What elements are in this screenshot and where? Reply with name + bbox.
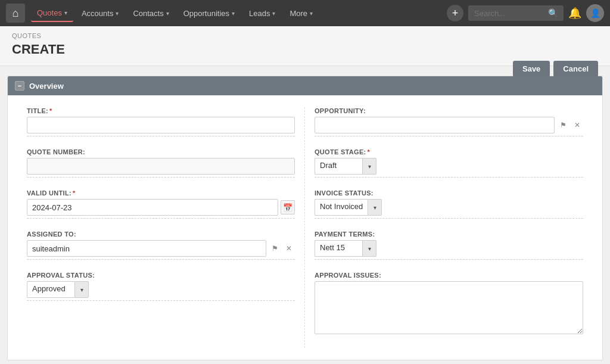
- quote-stage-label: QUOTE STAGE: *: [315, 148, 583, 155]
- section-toggle[interactable]: −: [15, 81, 24, 91]
- nav-item-leads[interactable]: Leads ▾: [243, 5, 281, 21]
- quote-stage-select-wrapper: Draft ▾: [315, 158, 583, 175]
- approval-status-field-group: APPROVAL STATUS: Approved ▾: [27, 272, 295, 301]
- user-icon: 👤: [590, 8, 600, 18]
- invoice-status-dropdown-arrow[interactable]: ▾: [368, 199, 382, 216]
- valid-until-input[interactable]: [27, 199, 278, 216]
- form-grid: TITLE: * QUOTE NUMBER: VALID UNTIL: *: [8, 95, 602, 360]
- quote-stage-dropdown-arrow[interactable]: ▾: [362, 158, 376, 175]
- approval-status-dropdown-arrow[interactable]: ▾: [74, 281, 89, 298]
- title-label: TITLE: *: [27, 107, 295, 114]
- clear-icon[interactable]: ✕: [283, 242, 295, 254]
- required-indicator: *: [49, 107, 52, 114]
- search-input[interactable]: [474, 9, 546, 18]
- overview-section: − Overview TITLE: * QUOTE NUMBER:: [7, 76, 603, 360]
- save-button[interactable]: Save: [513, 61, 550, 77]
- assigned-to-label: ASSIGNED TO:: [27, 231, 295, 238]
- nav-item-more[interactable]: More ▾: [284, 5, 319, 21]
- approval-status-value: Approved: [27, 281, 74, 298]
- chevron-down-icon: ▾: [272, 10, 275, 17]
- nav-actions: + 🔍 🔔 👤: [447, 4, 604, 22]
- home-icon: ⌂: [13, 7, 19, 20]
- avatar[interactable]: 👤: [586, 4, 604, 22]
- payment-terms-value: Nett 15: [315, 240, 362, 257]
- required-indicator: *: [73, 189, 76, 197]
- payment-terms-dropdown-arrow[interactable]: ▾: [362, 240, 376, 257]
- title-input[interactable]: [27, 117, 295, 133]
- chevron-down-icon: ▾: [64, 10, 67, 16]
- search-box: 🔍: [468, 5, 564, 21]
- opportunity-field-group: OPPORTUNITY: ⚑ ✕: [315, 107, 583, 136]
- navigation: ⌂ Quotes ▾ Accounts ▾ Contacts ▾ Opportu…: [0, 0, 610, 26]
- assigned-wrapper: ⚑ ✕: [27, 240, 295, 257]
- nav-item-quotes[interactable]: Quotes ▾: [31, 5, 73, 22]
- invoice-status-field-group: INVOICE STATUS: Not Invoiced ▾: [315, 189, 583, 219]
- section-header[interactable]: − Overview: [8, 76, 602, 95]
- opp-select-icon[interactable]: ⚑: [557, 119, 569, 131]
- right-column: OPPORTUNITY: ⚑ ✕ QUOTE STAGE: *: [305, 107, 593, 348]
- header-actions: Save Cancel: [513, 61, 598, 77]
- notifications-button[interactable]: 🔔: [568, 7, 581, 20]
- valid-until-label: VALID UNTIL: *: [27, 189, 295, 197]
- opportunity-input[interactable]: [315, 117, 555, 133]
- approval-issues-field-group: APPROVAL ISSUES:: [315, 272, 583, 336]
- opp-clear-icon[interactable]: ✕: [571, 119, 583, 131]
- date-wrapper: 📅: [27, 199, 295, 216]
- approval-status-label: APPROVAL STATUS:: [27, 272, 295, 279]
- page-header: QUOTES CREATE Save Cancel: [0, 26, 610, 66]
- chevron-down-icon: ▾: [166, 10, 169, 17]
- nav-item-opportunities[interactable]: Opportunities ▾: [178, 5, 241, 21]
- quote-number-input[interactable]: [27, 158, 295, 175]
- invoice-status-select-wrapper: Not Invoiced ▾: [315, 199, 583, 216]
- calendar-icon[interactable]: 📅: [281, 200, 295, 214]
- invoice-status-label: INVOICE STATUS:: [315, 189, 583, 197]
- quote-number-field-group: QUOTE NUMBER:: [27, 148, 295, 178]
- approval-issues-label: APPROVAL ISSUES:: [315, 272, 583, 279]
- chevron-down-icon: ▾: [310, 10, 313, 17]
- section-title: Overview: [29, 82, 64, 91]
- collapse-icon: −: [18, 82, 21, 89]
- breadcrumb: QUOTES: [12, 32, 598, 39]
- home-button[interactable]: ⌂: [6, 4, 25, 23]
- add-button[interactable]: +: [447, 5, 463, 21]
- left-column: TITLE: * QUOTE NUMBER: VALID UNTIL: *: [17, 107, 305, 348]
- opportunity-wrapper: ⚑ ✕: [315, 117, 583, 133]
- quote-stage-value: Draft: [315, 158, 362, 175]
- approval-issues-textarea[interactable]: [315, 281, 583, 334]
- cancel-button[interactable]: Cancel: [553, 61, 598, 77]
- nav-item-accounts[interactable]: Accounts ▾: [76, 5, 125, 21]
- bell-icon: 🔔: [568, 7, 581, 19]
- nav-item-contacts[interactable]: Contacts ▾: [127, 5, 175, 21]
- search-icon: 🔍: [548, 8, 558, 18]
- chevron-down-icon: ▾: [232, 10, 235, 17]
- payment-terms-field-group: PAYMENT TERMS: Nett 15 ▾: [315, 231, 583, 260]
- page-title: CREATE: [12, 42, 598, 57]
- quote-number-label: QUOTE NUMBER:: [27, 148, 295, 155]
- payment-terms-label: PAYMENT TERMS:: [315, 231, 583, 238]
- opportunity-label: OPPORTUNITY:: [315, 107, 583, 114]
- approval-status-select-wrapper: Approved ▾: [27, 281, 295, 298]
- select-icon[interactable]: ⚑: [269, 242, 281, 254]
- chevron-down-icon: ▾: [116, 10, 119, 17]
- quote-stage-field-group: QUOTE STAGE: * Draft ▾: [315, 148, 583, 178]
- valid-until-field-group: VALID UNTIL: * 📅: [27, 189, 295, 219]
- assigned-to-input[interactable]: [27, 240, 266, 257]
- required-indicator: *: [368, 148, 371, 155]
- payment-terms-select-wrapper: Nett 15 ▾: [315, 240, 583, 257]
- assigned-to-field-group: ASSIGNED TO: ⚑ ✕: [27, 231, 295, 260]
- invoice-status-value: Not Invoiced: [315, 199, 368, 216]
- plus-icon: +: [452, 7, 459, 20]
- title-field-group: TITLE: *: [27, 107, 295, 136]
